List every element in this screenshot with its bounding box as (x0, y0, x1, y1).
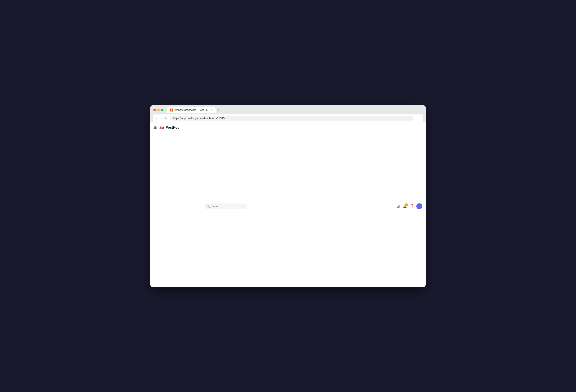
toolbar-icon[interactable]: ⊞ (396, 203, 401, 209)
help-icon[interactable]: ❓ (409, 203, 415, 209)
avatar[interactable] (416, 203, 422, 209)
browser-chrome: P Website dashboard - PostHo… ✕ + ‹ › ↻ … (150, 105, 426, 122)
notification-badge: 1 (405, 203, 408, 206)
notification-bell[interactable]: 🔔 1 (402, 203, 408, 209)
forward-button[interactable]: › (160, 116, 163, 120)
browser-tab[interactable]: P Website dashboard - PostHo… ✕ (167, 107, 216, 113)
search-box[interactable]: 🔍 (204, 204, 247, 209)
address-bar[interactable] (170, 116, 413, 121)
nav-icons: ⊞ 🔔 1 ❓ (396, 203, 422, 209)
close-button[interactable] (153, 109, 156, 111)
search-input[interactable] (211, 205, 245, 208)
tab-close-icon[interactable]: ✕ (211, 108, 213, 111)
refresh-button[interactable]: ↻ (164, 116, 168, 120)
tab-title: Website dashboard - PostHo… (174, 108, 209, 111)
top-nav: ☰ PostHog 🔍 ⊞ (150, 122, 426, 287)
logo-area: PostHog (158, 125, 180, 131)
bookmark-icon[interactable]: ⋮ (415, 116, 421, 120)
search-icon: 🔍 (207, 205, 210, 208)
svg-text:P: P (171, 109, 172, 111)
tab-favicon: P (170, 108, 173, 111)
new-tab-button[interactable]: + (216, 107, 221, 113)
back-button[interactable]: ‹ (155, 116, 158, 120)
minimize-button[interactable] (157, 109, 160, 111)
logo-text: PostHog (166, 126, 180, 130)
traffic-lights (153, 109, 164, 111)
posthog-logo (158, 125, 164, 131)
address-bar-row: ‹ › ↻ ⋮ (153, 114, 423, 122)
browser-window: P Website dashboard - PostHo… ✕ + ‹ › ↻ … (150, 105, 426, 287)
hamburger-button[interactable]: ☰ (154, 126, 157, 130)
maximize-button[interactable] (161, 109, 164, 111)
